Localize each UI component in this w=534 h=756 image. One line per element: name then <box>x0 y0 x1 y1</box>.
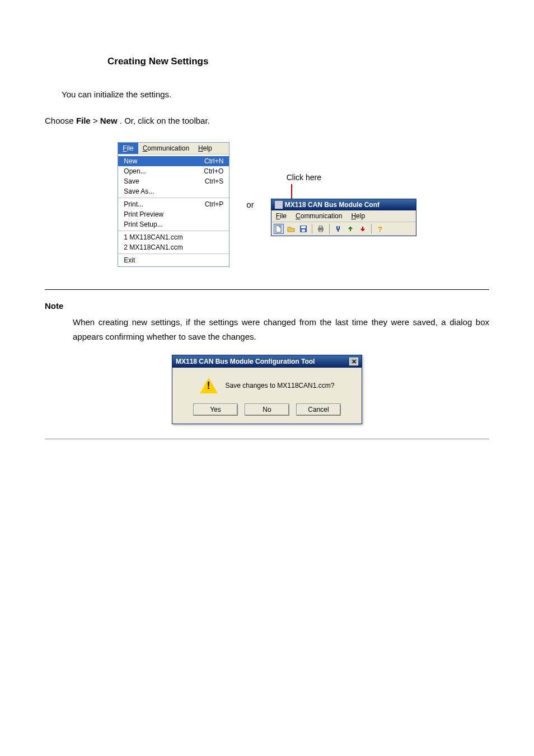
menu-item-label: Print... <box>124 200 143 208</box>
svg-rect-3 <box>302 229 305 232</box>
app-icon <box>275 201 283 209</box>
toolbar-separator <box>329 224 330 234</box>
file-menu-screenshot: File Communication Help NewCtrl+N Open..… <box>118 142 229 267</box>
download-icon[interactable] <box>358 224 368 234</box>
toolbar-screenshot: Click here MX118 CAN Bus Module Conf Fil… <box>271 173 416 236</box>
intro-text: You can initialize the settings. <box>62 90 489 99</box>
dialog-title-text: MX118 CAN Bus Module Configuration Tool <box>176 358 315 365</box>
menu-item-open[interactable]: Open...Ctrl+O <box>118 166 229 176</box>
menu-item-label: 1 MX118CAN1.ccm <box>124 233 182 241</box>
upload-icon[interactable] <box>345 224 355 234</box>
menu-item-recent-1[interactable]: 1 MX118CAN1.ccm <box>118 232 229 242</box>
cancel-button[interactable]: Cancel <box>296 403 341 416</box>
menu-item-print-preview[interactable]: Print Preview <box>118 209 229 219</box>
instr-new: New <box>100 116 118 125</box>
menubar-file[interactable]: File <box>118 143 138 154</box>
svg-rect-6 <box>319 230 322 232</box>
file-dropdown: NewCtrl+N Open...Ctrl+O SaveCtrl+S Save … <box>118 154 229 266</box>
instr-p2: > <box>93 116 100 125</box>
menu-item-shortcut: Ctrl+N <box>204 157 223 165</box>
yes-button[interactable]: Yes <box>193 403 238 416</box>
menu-item-label: Print Setup... <box>124 220 162 228</box>
tb-menu-file[interactable]: File <box>271 210 291 222</box>
dialog-message: Save changes to MX118CAN1.ccm? <box>226 382 335 389</box>
connect-icon[interactable] <box>333 224 343 234</box>
note-text: When creating new settings, if the setti… <box>73 315 489 344</box>
menubar-comm-u: C <box>143 144 148 152</box>
toolbar-window: MX118 CAN Bus Module Conf File Communica… <box>271 199 416 236</box>
menu-item-label: Open... <box>124 167 146 175</box>
new-icon[interactable] <box>274 224 284 234</box>
dialog-screenshot: MX118 CAN Bus Module Configuration Tool … <box>45 355 489 424</box>
instruction-line: Choose File > New . Or, click on the too… <box>45 116 489 125</box>
no-button[interactable]: No <box>245 403 289 416</box>
menubar-file-u: F <box>123 144 127 152</box>
menu-item-shortcut: Ctrl+P <box>205 200 224 208</box>
section-heading: Creating New Settings <box>107 56 489 67</box>
svg-rect-5 <box>319 226 322 228</box>
menu-item-shortcut: Ctrl+S <box>205 177 224 185</box>
menu-item-save[interactable]: SaveCtrl+S <box>118 176 229 186</box>
dialog-titlebar: MX118 CAN Bus Module Configuration Tool … <box>172 355 362 368</box>
toolbar-icons: ? <box>271 222 416 236</box>
instr-p4: on the toolbar. <box>157 116 210 125</box>
menu-item-label: 2 MX118CAN1.ccm <box>124 243 182 251</box>
screenshots-row: File Communication Help NewCtrl+N Open..… <box>45 142 489 267</box>
menubar: File Communication Help <box>118 143 229 154</box>
svg-text:?: ? <box>378 225 382 233</box>
dialog-body: Save changes to MX118CAN1.ccm? Yes No Ca… <box>172 368 362 424</box>
confirm-dialog: MX118 CAN Bus Module Configuration Tool … <box>172 355 362 424</box>
toolbar-titlebar: MX118 CAN Bus Module Conf <box>271 199 416 210</box>
toolbar-separator <box>371 224 372 234</box>
svg-rect-2 <box>301 226 306 228</box>
or-label: or <box>246 200 254 209</box>
menubar-help-u: H <box>198 144 203 152</box>
save-icon[interactable] <box>298 224 308 234</box>
menu-item-save-as[interactable]: Save As... <box>118 186 229 196</box>
menu-item-recent-2[interactable]: 2 MX118CAN1.ccm <box>118 242 229 252</box>
instr-file: File <box>76 116 91 125</box>
menu-item-label: Exit <box>124 256 135 264</box>
toolbar-menubar: File Communication Help <box>271 210 416 222</box>
open-icon[interactable] <box>286 224 296 234</box>
note-label: Note <box>45 301 489 311</box>
menu-item-label: Save <box>124 177 139 185</box>
about-icon[interactable]: ? <box>375 224 385 234</box>
menu-item-label: New <box>124 157 137 165</box>
menu-item-label: Print Preview <box>124 210 163 218</box>
warning-icon <box>200 378 218 393</box>
menu-item-exit[interactable]: Exit <box>118 255 229 265</box>
menu-item-new[interactable]: NewCtrl+N <box>118 156 229 166</box>
menubar-help[interactable]: Help <box>194 143 217 154</box>
instr-p3: . Or, click <box>120 116 157 125</box>
separator-bottom <box>45 439 489 439</box>
menu-item-print[interactable]: Print...Ctrl+P <box>118 199 229 209</box>
tb-menu-communication[interactable]: Communication <box>291 210 346 222</box>
menu-item-print-setup[interactable]: Print Setup... <box>118 219 229 229</box>
toolbar-separator <box>312 224 312 234</box>
pointer-line <box>291 184 292 199</box>
tb-menu-help[interactable]: Help <box>346 210 369 222</box>
close-icon[interactable]: ✕ <box>349 358 358 365</box>
instr-p1: Choose <box>45 116 76 125</box>
menu-item-shortcut: Ctrl+O <box>204 167 223 175</box>
toolbar-title-text: MX118 CAN Bus Module Conf <box>285 201 380 209</box>
print-icon[interactable] <box>316 224 326 234</box>
separator <box>45 289 489 290</box>
svg-rect-0 <box>276 226 281 232</box>
menu-item-label: Save As... <box>124 187 154 195</box>
menubar-communication[interactable]: Communication <box>138 143 194 154</box>
click-here-label: Click here <box>287 173 321 182</box>
